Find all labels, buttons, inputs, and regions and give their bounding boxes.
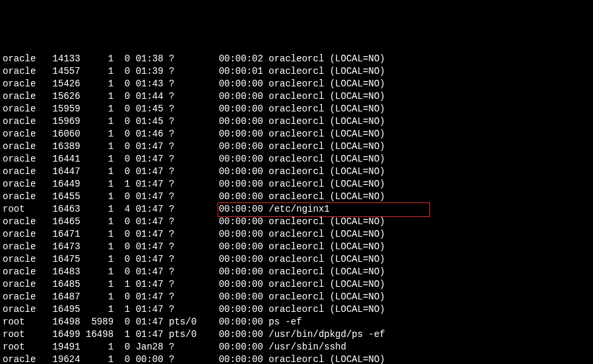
process-row: oracle 16449 1 1 01:47 ? 00:00:00 oracle… [3, 178, 590, 191]
process-row: oracle 16485 1 1 01:47 ? 00:00:00 oracle… [3, 278, 590, 291]
process-row: oracle 16483 1 0 01:47 ? 00:00:00 oracle… [3, 266, 590, 278]
process-row: root 16498 5989 0 01:47 pts/0 00:00:00 p… [3, 316, 590, 328]
process-row: oracle 15626 1 0 01:44 ? 00:00:00 oracle… [3, 90, 590, 103]
process-row: oracle 14557 1 0 01:39 ? 00:00:01 oracle… [3, 65, 590, 78]
process-row: oracle 15969 1 0 01:45 ? 00:00:00 oracle… [3, 115, 590, 128]
process-row: oracle 16389 1 0 01:47 ? 00:00:00 oracle… [3, 140, 590, 153]
process-row: oracle 16487 1 0 01:47 ? 00:00:00 oracle… [3, 291, 590, 303]
process-row: oracle 16471 1 0 01:47 ? 00:00:00 oracle… [3, 228, 590, 241]
process-row: oracle 19624 1 0 00:00 ? 00:00:00 oracle… [3, 353, 590, 364]
process-row: oracle 16455 1 0 01:47 ? 00:00:00 oracle… [3, 191, 590, 203]
process-row: root 16463 1 4 01:47 ? 00:00:00 /etc/ngi… [3, 203, 590, 216]
process-row: oracle 16475 1 0 01:47 ? 00:00:00 oracle… [3, 253, 590, 266]
process-row: oracle 16465 1 0 01:47 ? 00:00:00 oracle… [3, 216, 590, 228]
process-row: oracle 16447 1 0 01:47 ? 00:00:00 oracle… [3, 166, 590, 178]
process-row: oracle 16473 1 0 01:47 ? 00:00:00 oracle… [3, 241, 590, 253]
process-row: root 16499 16498 1 01:47 pts/0 00:00:00 … [3, 328, 590, 341]
terminal-output: oracle 14133 1 0 01:38 ? 00:00:02 oracle… [3, 53, 590, 364]
process-row: oracle 16441 1 0 01:47 ? 00:00:00 oracle… [3, 153, 590, 166]
process-row: oracle 15426 1 0 01:43 ? 00:00:00 oracle… [3, 78, 590, 90]
process-row: root 19491 1 0 Jan28 ? 00:00:00 /usr/sbi… [3, 341, 590, 353]
process-row: oracle 15959 1 0 01:45 ? 00:00:00 oracle… [3, 103, 590, 115]
process-row: oracle 16495 1 1 01:47 ? 00:00:00 oracle… [3, 303, 590, 316]
process-row: oracle 14133 1 0 01:38 ? 00:00:02 oracle… [3, 53, 590, 65]
process-row: oracle 16060 1 0 01:46 ? 00:00:00 oracle… [3, 128, 590, 140]
